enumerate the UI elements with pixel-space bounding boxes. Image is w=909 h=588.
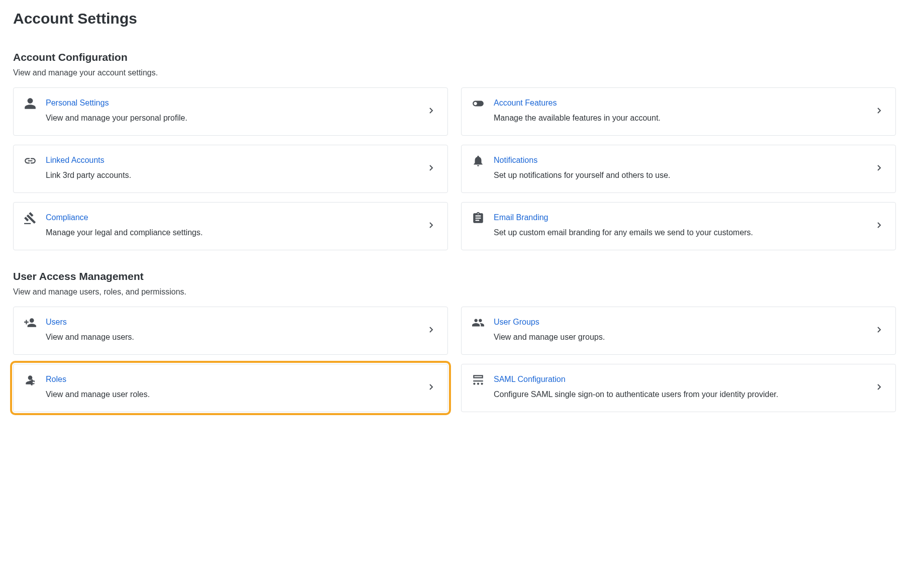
card-desc: Set up notifications for yourself and ot… bbox=[494, 170, 870, 181]
clipboard-icon bbox=[472, 212, 487, 227]
card-desc: View and manage user roles. bbox=[46, 389, 422, 400]
link-icon bbox=[24, 154, 39, 169]
user-plus-icon bbox=[24, 316, 39, 331]
chevron-right-icon bbox=[428, 383, 437, 392]
card-title: User Groups bbox=[494, 318, 870, 327]
saml-icon bbox=[472, 373, 487, 388]
card-title: Personal Settings bbox=[46, 99, 422, 108]
card-desc: View and manage users. bbox=[46, 332, 422, 343]
section-account-configuration: Account Configuration View and manage yo… bbox=[13, 51, 896, 250]
chevron-right-icon bbox=[428, 221, 437, 230]
card-title: Roles bbox=[46, 375, 422, 384]
gavel-icon bbox=[24, 212, 39, 227]
card-linked-accounts[interactable]: Linked Accounts Link 3rd party accounts. bbox=[13, 145, 448, 193]
card-compliance[interactable]: Compliance Manage your legal and complia… bbox=[13, 202, 448, 250]
card-user-groups[interactable]: User Groups View and manage user groups. bbox=[461, 307, 896, 355]
chevron-right-icon bbox=[876, 383, 885, 392]
chevron-right-icon bbox=[876, 107, 885, 116]
card-desc: Link 3rd party accounts. bbox=[46, 170, 422, 181]
card-users[interactable]: Users View and manage users. bbox=[13, 307, 448, 355]
card-desc: Configure SAML single sign-on to authent… bbox=[494, 389, 870, 400]
section-user-access-title: User Access Management bbox=[13, 270, 896, 282]
card-roles[interactable]: Roles View and manage user roles. bbox=[13, 364, 448, 412]
card-title: SAML Configuration bbox=[494, 375, 870, 384]
card-personal-settings[interactable]: Personal Settings View and manage your p… bbox=[13, 87, 448, 136]
card-desc: View and manage user groups. bbox=[494, 332, 870, 343]
bell-icon bbox=[472, 154, 487, 169]
page-title: Account Settings bbox=[13, 10, 896, 27]
card-title: Account Features bbox=[494, 99, 870, 108]
chevron-right-icon bbox=[428, 164, 437, 173]
users-cog-icon bbox=[24, 373, 39, 388]
card-title: Compliance bbox=[46, 213, 422, 222]
section-user-access: User Access Management View and manage u… bbox=[13, 270, 896, 412]
section-account-title: Account Configuration bbox=[13, 51, 896, 63]
chevron-right-icon bbox=[876, 164, 885, 173]
toggle-icon bbox=[472, 97, 487, 112]
section-user-access-desc: View and manage users, roles, and permis… bbox=[13, 287, 896, 297]
section-account-desc: View and manage your account settings. bbox=[13, 68, 896, 77]
card-title: Linked Accounts bbox=[46, 156, 422, 165]
card-title: Email Branding bbox=[494, 213, 870, 222]
user-icon bbox=[24, 97, 39, 112]
card-saml-configuration[interactable]: SAML Configuration Configure SAML single… bbox=[461, 364, 896, 412]
card-desc: View and manage your personal profile. bbox=[46, 113, 422, 124]
card-account-features[interactable]: Account Features Manage the available fe… bbox=[461, 87, 896, 136]
chevron-right-icon bbox=[876, 326, 885, 335]
card-title: Users bbox=[46, 318, 422, 327]
chevron-right-icon bbox=[876, 221, 885, 230]
users-group-icon bbox=[472, 316, 487, 331]
card-desc: Set up custom email branding for any ema… bbox=[494, 227, 870, 238]
card-title: Notifications bbox=[494, 156, 870, 165]
card-email-branding[interactable]: Email Branding Set up custom email brand… bbox=[461, 202, 896, 250]
card-notifications[interactable]: Notifications Set up notifications for y… bbox=[461, 145, 896, 193]
chevron-right-icon bbox=[428, 326, 437, 335]
chevron-right-icon bbox=[428, 107, 437, 116]
card-desc: Manage the available features in your ac… bbox=[494, 113, 870, 124]
card-desc: Manage your legal and compliance setting… bbox=[46, 227, 422, 238]
